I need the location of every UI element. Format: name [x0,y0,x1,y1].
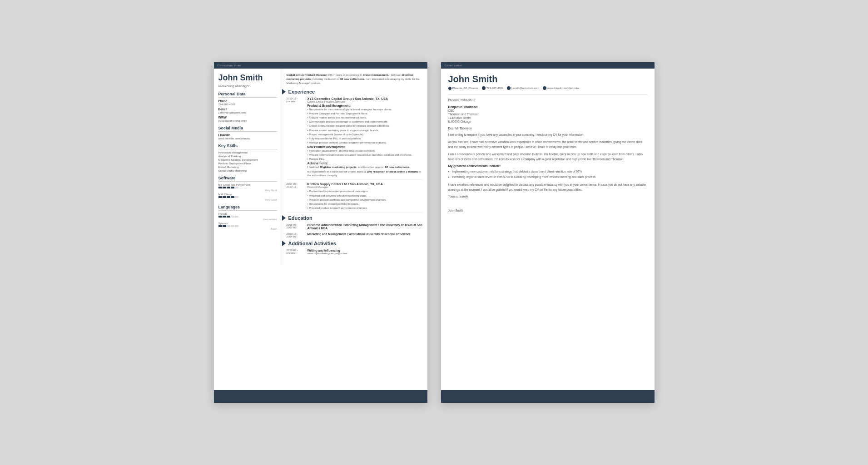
dot [218,187,222,188]
lang-french-name: French [218,213,277,215]
exp-date: 2007-09 -2010-11 [287,183,305,210]
cl-recipient-title: CEO [448,109,647,112]
cl-header-label: Cover Letter [445,64,462,67]
cv-summary: Global Group Product Manager with 7 year… [287,73,423,85]
exp-bullet: • Responsible for product portfolio fore… [308,202,423,206]
dot [223,196,226,198]
spanish-rating-label: Basic [218,228,277,230]
cv-header-label: Curriculum Vitae [218,64,241,67]
spanish-rating [218,225,277,227]
exp-subtitle-npd: New Product Development: [308,145,423,148]
cl-valediction: Yours sincerely [448,195,647,198]
lang-french: French Intermediate [218,213,277,221]
cv-body: John Smith Marketing Manager Personal Da… [214,69,427,266]
cl-date: Phoenix, 2016-05-17 [448,99,647,102]
edu-degree: Marketing and Management / West Miami Un… [308,232,423,236]
exp-bullet: • Project management (teams of up to 5 p… [308,133,423,136]
dot [223,216,226,218]
software-ms-name: MS Excel, MS PowerPoint [218,183,277,186]
exp-bullet: • Responsible for the creation of global… [308,108,423,111]
cl-location: Phoenix, AZ, Phoenix [448,87,478,90]
exp-company: Kitchen Supply Center Ltd / San Antonio,… [308,183,423,186]
cv-main: Global Group Product Manager with 7 year… [282,69,427,266]
exp-achievement: My involvement in a stock sell-off proje… [308,170,423,178]
dot [227,216,230,218]
cv-job-title: Marketing Manager [218,84,277,88]
cv-document: Curriculum Vitae John Smith Marketing Ma… [214,62,427,403]
exp-bullet: • Prepare communication plans to support… [308,153,423,157]
dot [235,196,238,198]
act-content: Writing and Influencing www.mymarketingc… [308,249,423,255]
phone-label: Phone [218,99,277,103]
cl-phone-text: 774-987-4009 [486,87,503,89]
cl-name: John Smith [448,74,647,84]
exp-achievement: I finalized 10 global marketing projects… [308,165,423,169]
ms-rating [218,187,277,188]
cl-body: John Smith Phoenix, AZ, Phoenix 774-987-… [441,69,655,230]
education-arrow-icon [282,215,286,221]
exp-bullet: • Planned and implemented promotional ca… [308,189,423,193]
location-icon [447,86,452,90]
education-heading: Education [287,215,423,221]
exp-position: Global Group Product Manager [308,100,423,103]
exp-bullet: • Communicate product knowledge to custo… [308,120,423,124]
cl-greeting: Dear Mr Thomson [448,127,647,130]
exp-subtitle-ach: Achievements: [308,162,423,165]
exp-company: XYZ Cosmetics Capital Group / San Antoni… [308,97,423,100]
act-item: 2012-01 -present Writing and Influencing… [287,249,423,255]
dot [223,187,226,188]
cl-bullet-1: Implementing new customer relations stra… [448,169,647,174]
skill-item: Portfolio Deployment Plans [218,162,277,165]
mailchimp-rating [218,196,277,198]
dot [227,225,230,227]
cl-linkedin: www.linkedin.com/johnutw [543,86,579,90]
exp-bullet: • Fully responsible for P&L of product p… [308,137,423,140]
act-title: Writing and Influencing [308,249,423,252]
cv-sidebar: John Smith Marketing Manager Personal Da… [214,69,282,266]
cl-para-3: I am a conscientious person who works ha… [448,152,647,162]
personal-data-heading: Personal Data [218,92,277,98]
cl-recipient-addr1: 1140 Main Street [448,116,647,119]
software-ms: MS Excel, MS PowerPoint Very Good [218,183,277,192]
edu-item-bs: 2000-10 -2004-05 Marketing and Managemen… [287,232,423,238]
cl-closing-para: I have excellent references and would be… [448,183,647,192]
exp-bullet: • Prepared and delivered effective marke… [308,194,423,198]
cl-contact-row: Phoenix, AZ, Phoenix 774-987-4009 j.smit… [448,86,647,90]
french-rating-label: Intermediate [218,218,277,221]
ms-rating-label: Very Good [218,189,277,192]
exp-bullet: • Analyze market trends and recommend so… [308,116,423,119]
cl-recipient-name: Benjamin Thomson [448,105,647,109]
cl-divider [448,94,647,95]
cl-signature-name: John Smith [448,209,647,212]
www-value: cv.uptowork.com/j.smith [218,119,277,122]
skill-item: Innovation Management [218,151,277,154]
exp-bullet: • Provided product portfolios and compet… [308,198,423,202]
dot [231,187,234,188]
cl-linkedin-text: www.linkedin.com/johnutw [547,87,579,89]
cl-email: j.smith@uptowork.com [507,86,539,90]
lang-spanish-name: Spanish [218,222,277,225]
dot [235,225,238,227]
software-heading: Software [218,176,277,182]
dot [218,216,222,218]
act-date: 2012-01 -present [287,249,305,255]
edu-date: 2000-10 -2004-05 [287,232,305,238]
email-label: E-mail [218,108,277,111]
cl-signature-block: John Smith [448,204,647,212]
cl-phone: 774-987-4009 [482,86,503,90]
cl-footer [441,390,655,403]
dot [218,225,222,227]
experience-heading: Experience [287,89,423,94]
activities-arrow-icon [282,241,286,246]
phone-value: 774-987-4009 [218,103,277,106]
cl-para-1: I am writing to enquire if you have any … [448,133,647,137]
exp-bullet: • Prepare Category and Portfolio Deploym… [308,112,423,115]
email-icon [507,86,511,90]
cl-location-text: Phoenix, AZ, Phoenix [452,87,478,89]
exp-bullet: • Create communication support plans for… [308,124,423,128]
skill-item: Analytical Thinking [218,155,277,158]
lang-spanish: Spanish Basic [218,222,277,230]
dot [227,196,230,198]
exp-date: 2010-12 -present [287,97,305,178]
edu-date: 2005-09 -2007-05 [287,223,305,230]
